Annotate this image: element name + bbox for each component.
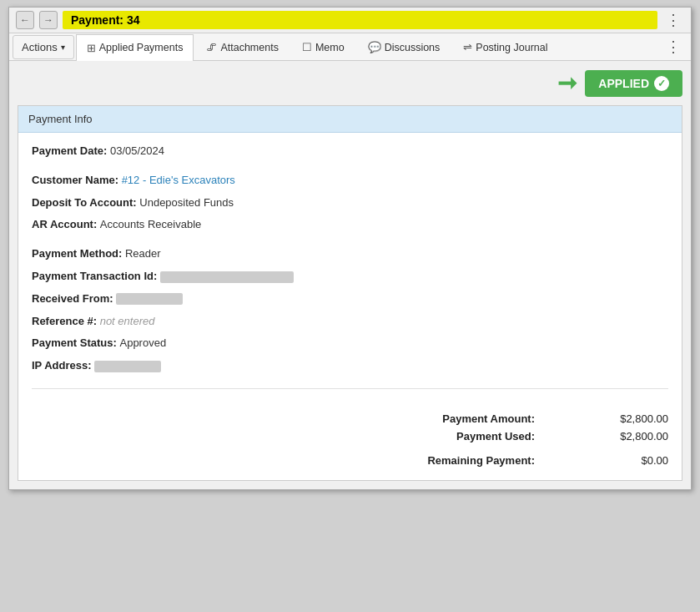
tab-overflow-button[interactable]: ⋮	[659, 34, 687, 59]
payment-used-value: $2,800.00	[602, 430, 668, 443]
title-more-button[interactable]: ⋮	[662, 11, 684, 29]
applied-payments-icon: ⊞	[87, 42, 96, 54]
deposit-account-row: Deposit To Account: Undeposited Funds	[32, 195, 668, 212]
remaining-payment-label: Remaining Payment:	[401, 454, 535, 467]
applied-payments-label: Applied Payments	[99, 42, 184, 53]
attachments-icon: 🖇	[206, 41, 217, 53]
memo-icon: ☐	[302, 41, 312, 53]
customer-name-value[interactable]: #12 - Edie's Excavators	[122, 174, 235, 186]
payment-used-label: Payment Used:	[401, 430, 535, 443]
memo-label: Memo	[315, 42, 345, 53]
transaction-id-row: Payment Transaction Id:	[32, 268, 668, 286]
posting-journal-label: Posting Journal	[476, 42, 547, 53]
tab-memo[interactable]: ☐ Memo	[291, 33, 355, 60]
tab-discussions[interactable]: 💬 Discussions	[357, 33, 451, 60]
page-title: Payment: 34	[63, 11, 657, 29]
title-bar: ← → Payment: 34 ⋮	[9, 8, 691, 33]
payment-amount-value: $2,800.00	[602, 412, 668, 425]
applied-badge-label: APPLIED	[598, 77, 649, 90]
discussions-icon: 💬	[368, 41, 381, 53]
posting-journal-icon: ⇌	[463, 41, 472, 53]
customer-name-row: Customer Name: #12 - Edie's Excavators	[32, 172, 668, 190]
ip-address-row: IP Address:	[32, 357, 668, 375]
payment-amount-label: Payment Amount:	[401, 412, 535, 425]
ar-account-row: AR Account: Accounts Receivable	[32, 216, 668, 234]
forward-button[interactable]: →	[39, 11, 58, 29]
payment-amount-row: Payment Amount: $2,800.00	[32, 412, 668, 425]
payment-method-row: Payment Method: Reader	[32, 245, 668, 263]
discussions-label: Discussions	[385, 42, 441, 53]
payment-info-panel: Payment Info Payment Date: 03/05/2024 Cu…	[18, 105, 682, 481]
applied-check-icon: ✓	[654, 76, 669, 91]
arrow-right-icon: ➞	[557, 69, 577, 97]
customer-name-label: Customer Name:	[32, 174, 122, 186]
tab-posting-journal[interactable]: ⇌ Posting Journal	[452, 33, 558, 60]
main-window: ← → Payment: 34 ⋮ Actions ▾ ⊞ Applied Pa…	[8, 7, 692, 490]
applied-badge: APPLIED ✓	[585, 70, 682, 97]
content-area: ➞ APPLIED ✓ Payment Info Payment Date: 0…	[9, 61, 691, 489]
payment-date-row: Payment Date: 03/05/2024	[32, 143, 668, 160]
totals-section: Payment Amount: $2,800.00 Payment Used: …	[18, 412, 682, 480]
back-button[interactable]: ←	[16, 11, 34, 29]
reference-row: Reference #: not entered	[32, 313, 668, 331]
payment-info-header: Payment Info	[18, 106, 682, 133]
actions-dropdown-icon: ▾	[61, 43, 65, 52]
payment-status-row: Payment Status: Approved	[32, 335, 668, 352]
remaining-payment-value: $0.00	[602, 454, 668, 467]
actions-label: Actions	[22, 41, 58, 53]
section-divider	[32, 388, 668, 389]
tab-bar: Actions ▾ ⊞ Applied Payments 🖇 Attachmen…	[9, 33, 691, 61]
tab-attachments[interactable]: 🖇 Attachments	[195, 33, 289, 60]
applied-badge-row: ➞ APPLIED ✓	[18, 69, 682, 97]
payment-used-row: Payment Used: $2,800.00	[32, 430, 668, 443]
tab-actions[interactable]: Actions ▾	[13, 35, 74, 59]
payment-info-body: Payment Date: 03/05/2024 Customer Name: …	[18, 133, 682, 412]
received-from-row: Received From:	[32, 291, 668, 308]
tab-applied-payments[interactable]: ⊞ Applied Payments	[76, 34, 194, 61]
attachments-label: Attachments	[220, 42, 278, 53]
remaining-payment-row: Remaining Payment: $0.00	[32, 454, 668, 467]
